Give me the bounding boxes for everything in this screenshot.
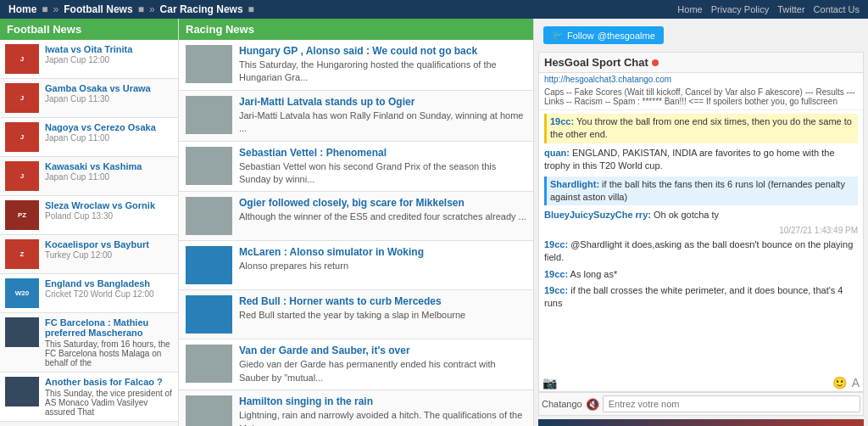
- chat-tools: 📷 🙂 A: [539, 374, 863, 392]
- football-title-link[interactable]: Kocaelispor vs Bayburt: [45, 239, 149, 249]
- chat-message: quan: ENGLAND, PAKISTAN, INDIA are favor…: [544, 147, 858, 173]
- chat-input-row: Chatango 🔇: [539, 392, 863, 415]
- football-list: J Iwata vs Oita Trinita Japan Cup 12:00 …: [0, 40, 178, 422]
- racing-content: Ogier followed closely, big scare for Mi…: [239, 197, 526, 223]
- racing-excerpt: Jari-Matti Latvala has won Rally Finland…: [239, 109, 526, 136]
- racing-content: Hamilton singing in the rain Lightning, …: [239, 395, 526, 426]
- racing-excerpt: This Saturday, the Hungaroring hosted th…: [239, 59, 526, 85]
- chat-input[interactable]: [603, 395, 860, 412]
- racing-content: McLaren : Alonso simulator in Woking Alo…: [239, 246, 424, 272]
- racing-title-link[interactable]: Sebastian Vettel : Phenomenal: [239, 147, 526, 159]
- racing-excerpt: Alonso prepares his return: [239, 260, 424, 272]
- racing-thumb: [186, 96, 232, 134]
- chat-username: 19cc:: [544, 269, 568, 279]
- emoji-icon[interactable]: 🙂: [832, 376, 847, 390]
- racing-item: Jari-Matti Latvala stands up to Ogier Ja…: [179, 91, 533, 142]
- racing-title-link[interactable]: Jari-Matti Latvala stands up to Ogier: [239, 96, 526, 108]
- nav-twitter[interactable]: Twitter: [777, 4, 804, 14]
- nav-right-home[interactable]: Home: [677, 4, 702, 14]
- football-title-link[interactable]: Iwata vs Oita Trinita: [45, 44, 132, 54]
- chat-link[interactable]: http://hesgoalchat3.chatango.com: [539, 73, 863, 86]
- racing-item: Hungary GP , Alonso said : We could not …: [179, 40, 533, 91]
- ad-banner: Građani iz Beograd već zarađuju milione …: [538, 419, 864, 426]
- racing-item: Red Bull : Horner wants to curb Mercedes…: [179, 290, 533, 339]
- camera-icon[interactable]: 📷: [542, 376, 557, 390]
- racing-excerpt: Lightning, rain and narrowly avoided a h…: [239, 409, 526, 426]
- racing-item: Sebastian Vettel : Phenomenal Sebastian …: [179, 142, 533, 193]
- football-item: J Kawasaki vs Kashima Japan Cup 11:00: [0, 157, 178, 196]
- football-content: Iwata vs Oita Trinita Japan Cup 12:00: [45, 44, 132, 64]
- football-item: W20 England vs Bangladesh Cricket T20 Wo…: [0, 274, 178, 313]
- nav-contact[interactable]: Contact Us: [814, 4, 860, 14]
- football-thumb: W20: [5, 278, 39, 308]
- racing-title-link[interactable]: Hamilton singing in the rain: [239, 395, 526, 407]
- text-icon[interactable]: A: [852, 376, 860, 390]
- football-column: Football News J Iwata vs Oita Trinita Ja…: [0, 19, 178, 426]
- nav-football[interactable]: Football News: [64, 3, 132, 15]
- chat-message: 19cc: if the ball crosses the white peri…: [544, 284, 858, 311]
- football-thumb: J: [5, 83, 39, 113]
- racing-excerpt: Red Bull started the year by taking a sl…: [239, 309, 465, 322]
- online-indicator: [652, 59, 659, 66]
- football-excerpt: This Sunday, the vice president of AS Mo…: [45, 389, 173, 417]
- racing-title-link[interactable]: Ogier followed closely, big scare for Mi…: [239, 197, 526, 209]
- follow-button[interactable]: 🐦 Follow @thesgoalme: [543, 26, 664, 44]
- football-content: Kawasaki vs Kashima Japan Cup 11:00: [45, 161, 142, 182]
- football-content: Sleza Wroclaw vs Gornik Poland Cup 13:30: [45, 200, 155, 221]
- football-thumb: Z: [5, 239, 39, 269]
- volume-icon[interactable]: 🔇: [586, 398, 599, 411]
- racing-title-link[interactable]: Hungary GP , Alonso said : We could not …: [239, 45, 526, 57]
- football-content: Nagoya vs Cerezo Osaka Japan Cup 11:00: [45, 122, 156, 143]
- racing-item: McLaren : Alonso simulator in Woking Alo…: [179, 241, 533, 290]
- chat-message: Shardlight: if the ball hits the fans th…: [544, 177, 858, 206]
- chat-message: 19cc: As long as*: [544, 268, 858, 281]
- football-title-link[interactable]: Gamba Osaka vs Urawa: [45, 83, 151, 93]
- racing-thumb: [186, 147, 232, 185]
- chat-username: 19cc:: [544, 239, 568, 249]
- racing-content: Red Bull : Horner wants to curb Mercedes…: [239, 295, 465, 322]
- football-content: Gamba Osaka vs Urawa Japan Cup 11:30: [45, 83, 151, 104]
- chat-box: HesGoal Sport Chat http://hesgoalchat3.c…: [538, 52, 864, 416]
- football-content: England vs Bangladesh Cricket T20 World …: [45, 278, 154, 299]
- racing-title-link[interactable]: Van der Garde and Sauber, it's over: [239, 345, 526, 356]
- racing-excerpt: Sebastian Vettel won his second Grand Pr…: [239, 160, 526, 187]
- chat-timestamp: 10/27/21 1:43:49 PM: [544, 226, 858, 235]
- chat-username: 19cc:: [544, 285, 568, 295]
- twitter-icon: 🐦: [552, 30, 564, 41]
- racing-item: Hamilton singing in the rain Lightning, …: [179, 390, 533, 426]
- chat-message: 19cc: You throw the ball from one end si…: [544, 114, 858, 143]
- chat-messages: 19cc: You throw the ball from one end si…: [539, 110, 863, 374]
- football-thumb: [5, 317, 39, 347]
- football-title-link[interactable]: England vs Bangladesh: [45, 278, 154, 289]
- football-title-link[interactable]: FC Barcelona : Mathieu preferred Mascher…: [45, 317, 173, 338]
- football-meta: Japan Cup 11:00: [45, 172, 142, 182]
- racing-content: Hungary GP , Alonso said : We could not …: [239, 45, 526, 85]
- football-title-link[interactable]: Another basis for Falcao ?: [45, 377, 173, 387]
- football-item: PZ Sleza Wroclaw vs Gornik Poland Cup 13…: [0, 196, 178, 235]
- racing-section-title: Racing News: [179, 19, 533, 40]
- nav-racing[interactable]: Car Racing News: [160, 3, 243, 15]
- chat-username: BlueyJuicySuzyChe rry:: [544, 210, 651, 220]
- football-thumb: [5, 377, 39, 406]
- chat-column: 🐦 Follow @thesgoalme HesGoal Sport Chat …: [534, 19, 868, 426]
- racing-thumb: [186, 45, 232, 83]
- football-title-link[interactable]: Sleza Wroclaw vs Gornik: [45, 200, 155, 210]
- nav-separator1: »: [53, 3, 59, 15]
- racing-thumb: [186, 246, 232, 284]
- racing-title-link[interactable]: Red Bull : Horner wants to curb Mercedes: [239, 295, 465, 307]
- nav-privacy[interactable]: Privacy Policy: [711, 4, 769, 14]
- main-wrapper: Football News J Iwata vs Oita Trinita Ja…: [0, 19, 868, 426]
- racing-title-link[interactable]: McLaren : Alonso simulator in Woking: [239, 246, 424, 258]
- nav-home[interactable]: Home: [8, 3, 36, 15]
- football-item: FC Barcelona : Mathieu preferred Mascher…: [0, 313, 178, 373]
- right-nav: Home Privacy Policy Twitter Contact Us: [677, 4, 860, 14]
- chat-message: 19cc: @Shardlight it does,asking as the …: [544, 238, 858, 265]
- football-title-link[interactable]: Nagoya vs Cerezo Osaka: [45, 122, 156, 132]
- football-title-link[interactable]: Kawasaki vs Kashima: [45, 161, 142, 171]
- chat-description: Caps -- Fake Scores (Wait till kickoff, …: [539, 86, 863, 110]
- top-navigation: Home ■ » Football News ■ » Car Racing Ne…: [0, 0, 868, 19]
- racing-item: Ogier followed closely, big scare for Mi…: [179, 192, 533, 241]
- chat-username: 19cc:: [550, 116, 574, 126]
- chat-input-label: Chatango: [542, 399, 582, 409]
- follow-label: Follow: [567, 31, 594, 41]
